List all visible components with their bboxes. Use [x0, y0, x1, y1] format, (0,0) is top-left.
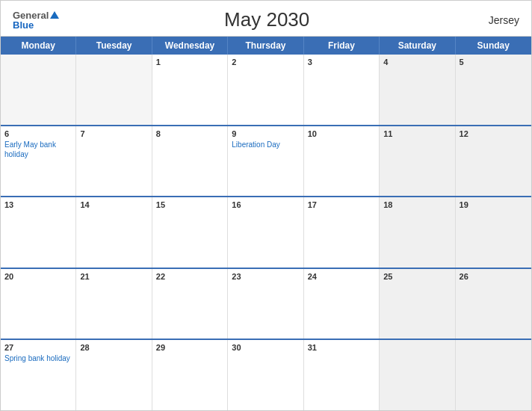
- day-cell: 14: [76, 197, 152, 268]
- day-cell: 10: [304, 126, 380, 197]
- day-cell: [76, 55, 152, 125]
- day-cell: 6Early May bank holiday: [1, 126, 76, 197]
- day-number: 17: [308, 200, 375, 209]
- day-cell: 13: [1, 197, 76, 268]
- day-number: 28: [80, 343, 147, 352]
- day-number: 6: [4, 129, 72, 138]
- day-cell: 26: [456, 269, 531, 339]
- day-number: 11: [383, 129, 451, 138]
- logo-general-text: General: [13, 10, 49, 20]
- event-text: Liberation Day: [232, 140, 299, 149]
- calendar-grid: MondayTuesdayWednesdayThursdayFridaySatu…: [1, 36, 531, 410]
- day-number: 12: [460, 129, 528, 138]
- week-row-2: 6Early May bank holiday789Liberation Day…: [1, 126, 531, 198]
- day-cell: 9Liberation Day: [228, 126, 303, 197]
- calendar-container: General Blue May 2030 Jersey MondayTuesd…: [0, 0, 532, 411]
- day-number: 7: [80, 129, 147, 138]
- calendar-header: General Blue May 2030 Jersey: [1, 1, 531, 36]
- week-row-3: 13141516171819: [1, 197, 531, 269]
- day-headers: MondayTuesdayWednesdayThursdayFridaySatu…: [1, 37, 531, 55]
- day-number: 29: [156, 343, 223, 352]
- day-cell: 27Spring bank holiday: [1, 340, 76, 410]
- day-number: 24: [308, 272, 375, 281]
- logo-blue-text: Blue: [13, 20, 59, 30]
- day-number: 4: [383, 58, 451, 67]
- day-cell: 15: [152, 197, 228, 268]
- day-number: 15: [156, 200, 223, 209]
- day-header-wednesday: Wednesday: [152, 37, 228, 55]
- day-cell: 11: [380, 126, 455, 197]
- week-row-4: 20212223242526: [1, 269, 531, 341]
- weeks: 123456Early May bank holiday789Liberatio…: [1, 55, 531, 410]
- week-row-5: 27Spring bank holiday28293031: [1, 340, 531, 410]
- day-header-friday: Friday: [304, 37, 380, 55]
- day-cell: 8: [152, 126, 228, 197]
- day-cell: 7: [76, 126, 152, 197]
- day-cell: 5: [456, 55, 531, 125]
- day-cell: 4: [380, 55, 455, 125]
- day-cell: 22: [152, 269, 228, 339]
- day-cell: [380, 340, 455, 410]
- day-cell: 19: [456, 197, 531, 268]
- week-row-1: 12345: [1, 55, 531, 126]
- logo-triangle-icon: [50, 11, 59, 19]
- day-number: 8: [156, 129, 223, 138]
- day-number: 14: [80, 200, 147, 209]
- day-cell: 16: [228, 197, 303, 268]
- day-number: 26: [460, 272, 528, 281]
- day-cell: 28: [76, 340, 152, 410]
- day-number: 19: [460, 200, 528, 209]
- day-number: 23: [232, 272, 299, 281]
- calendar-title: May 2030: [59, 8, 474, 31]
- day-number: 22: [156, 272, 223, 281]
- calendar-region: Jersey: [474, 14, 519, 26]
- event-text: Early May bank holiday: [4, 140, 72, 159]
- day-number: 20: [4, 272, 72, 281]
- day-number: 27: [4, 343, 72, 352]
- day-cell: 2: [228, 55, 303, 125]
- day-cell: 31: [304, 340, 380, 410]
- day-cell: 20: [1, 269, 76, 339]
- day-cell: 29: [152, 340, 228, 410]
- day-number: 9: [232, 129, 299, 138]
- day-number: 5: [460, 58, 528, 67]
- day-header-sunday: Sunday: [456, 37, 531, 55]
- day-number: 3: [308, 58, 375, 67]
- day-cell: [1, 55, 76, 125]
- day-number: 31: [308, 343, 375, 352]
- day-header-monday: Monday: [1, 37, 76, 55]
- day-header-thursday: Thursday: [228, 37, 303, 55]
- day-cell: 18: [380, 197, 455, 268]
- day-cell: 1: [152, 55, 228, 125]
- logo: General Blue: [13, 10, 59, 30]
- day-cell: 24: [304, 269, 380, 339]
- day-header-tuesday: Tuesday: [76, 37, 152, 55]
- day-cell: 17: [304, 197, 380, 268]
- day-cell: 3: [304, 55, 380, 125]
- day-cell: 30: [228, 340, 303, 410]
- day-number: 18: [383, 200, 451, 209]
- day-number: 13: [4, 200, 72, 209]
- day-number: 21: [80, 272, 147, 281]
- day-number: 10: [308, 129, 375, 138]
- event-text: Spring bank holiday: [4, 353, 72, 363]
- day-cell: [456, 340, 531, 410]
- day-number: 25: [383, 272, 451, 281]
- day-number: 1: [156, 58, 223, 67]
- day-number: 2: [232, 58, 299, 67]
- day-header-saturday: Saturday: [380, 37, 455, 55]
- day-number: 30: [232, 343, 299, 352]
- day-cell: 12: [456, 126, 531, 197]
- day-cell: 23: [228, 269, 303, 339]
- day-number: 16: [232, 200, 299, 209]
- day-cell: 25: [380, 269, 455, 339]
- day-cell: 21: [76, 269, 152, 339]
